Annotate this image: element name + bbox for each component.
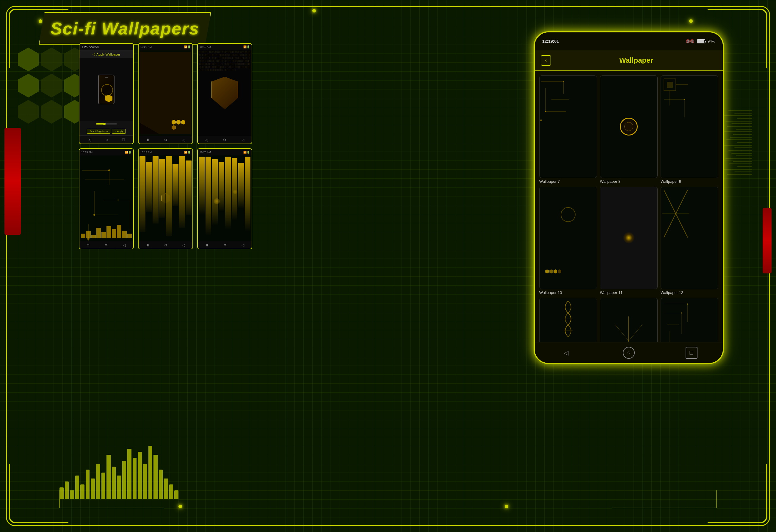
eq-s4 <box>96 228 101 238</box>
stream2-7 <box>238 163 244 209</box>
nav-pause-2[interactable]: ⏸ <box>146 138 150 142</box>
nav-settings-2[interactable]: ⚙ <box>164 138 167 142</box>
wp-thumb-9[interactable] <box>660 75 718 178</box>
nav-fwd-5[interactable]: ◁ <box>182 243 185 247</box>
screenshot-wallpaper-6[interactable]: 10:20 AM 📶🔋 ⏸ ⚙ ◁ <box>197 148 252 249</box>
circuit-line-18 <box>736 156 752 156</box>
screen-icons-3: 📶🔋 <box>243 45 250 48</box>
screenshot-wallpaper-2[interactable]: 10:22 AM 📶🔋 ⏸ ⚙ ◁ <box>138 43 193 144</box>
wp-thumb-13[interactable] <box>539 298 597 342</box>
nav-home-1[interactable]: ○ <box>106 137 108 142</box>
screen-status-bar-6: 10:20 AM 📶🔋 <box>198 149 252 156</box>
wp-item-7[interactable]: Wallpaper 7 <box>539 75 597 184</box>
nav-home-main[interactable]: ○ <box>623 347 635 359</box>
brightness-slider[interactable] <box>96 123 117 124</box>
wp-dna-content-13 <box>540 298 597 342</box>
screen-content-2 <box>139 50 192 136</box>
reset-brightness-button[interactable]: Reset Brightness <box>87 129 110 134</box>
eq-bar-18 <box>148 446 153 499</box>
screenshot-wallpaper-5[interactable]: 10:19 AM 📶🔋 ⏸ ⚙ ◁ <box>138 148 193 249</box>
screen-content-6 <box>198 156 252 241</box>
circuit-line-3 <box>723 115 752 116</box>
bottom-circuit-line-right <box>612 508 717 508</box>
nav-back-5[interactable]: ⏸ <box>146 243 150 247</box>
screen-status-bar-1: 11:58:27 85% <box>79 44 133 51</box>
tree-svg <box>606 308 652 342</box>
screenshot-wallpaper-3[interactable]: 10:19 AM 📶🔋 0100101100101011010010010110… <box>197 43 252 144</box>
wallpaper-page-title: Wallpaper <box>556 56 717 64</box>
nav-menu-3[interactable]: ◁ <box>241 138 244 142</box>
app-title: Sci-fi Wallpapers <box>50 18 199 38</box>
circuit-line-19 <box>726 158 752 159</box>
wp-circuit-content-15 <box>661 298 718 342</box>
wp-item-15[interactable]: Wallpaper 15 <box>660 298 718 342</box>
eq-bar-16 <box>138 452 142 499</box>
screen-status-bar-5: 10:19 AM 📶🔋 <box>139 149 192 156</box>
screen-time-6: 10:20 AM <box>200 151 211 154</box>
apply-button[interactable]: ✓ Apply <box>112 129 126 134</box>
wp-item-9[interactable]: Wallpaper 9 <box>660 75 718 184</box>
back-arrow-button[interactable]: ‹ <box>541 55 551 66</box>
wp-circle-content-8 <box>600 76 657 178</box>
wp-item-10[interactable]: Wallpaper 10 <box>539 187 597 295</box>
nav-settings-5[interactable]: ⚙ <box>164 243 167 247</box>
circuit-line-1 <box>728 110 752 111</box>
wp-item-14[interactable]: Wallpaper 14 <box>600 298 657 342</box>
dna-svg <box>559 298 577 342</box>
circuit-alt-content <box>79 156 133 241</box>
brightness-slider-area <box>79 121 133 127</box>
wp-thumb-12[interactable] <box>660 187 718 289</box>
wp-thumb-10[interactable] <box>539 187 597 289</box>
nav-back-main[interactable]: ◁ <box>560 347 572 359</box>
glow-spot-2 <box>233 190 237 194</box>
nav-recents-main[interactable]: □ <box>686 347 698 359</box>
nav-back-icon-4[interactable]: ◁ <box>123 243 126 247</box>
nav-back-icon-2[interactable]: ◁ <box>182 138 185 142</box>
h4 <box>558 269 561 273</box>
wp-thumb-8[interactable] <box>600 75 657 178</box>
svg-point-46 <box>681 312 682 313</box>
nav-settings-4[interactable]: ⚙ <box>105 243 108 247</box>
screenshot-apply-wallpaper[interactable]: 11:58:27 85% ◁ Apply Wallpaper Reset Bri… <box>79 43 134 144</box>
nav-settings-6[interactable]: ⚙ <box>223 243 227 247</box>
wp-thumb-7[interactable] <box>539 75 597 178</box>
hex-2 <box>41 47 62 71</box>
wp-item-11[interactable]: Wallpaper 11 <box>600 187 657 295</box>
screen-time-2: 10:22 AM <box>140 45 152 48</box>
wp-circuit-content-9 <box>661 76 718 178</box>
nav-back-3[interactable]: ◁ <box>205 138 208 142</box>
wp-thumb-14[interactable] <box>600 298 657 342</box>
wp-thumb-15[interactable] <box>660 298 718 342</box>
eq-s9 <box>122 231 127 238</box>
nav-back-6[interactable]: ⏸ <box>205 243 209 247</box>
screen-nav-2: ⏸ ⚙ ◁ <box>139 136 192 144</box>
nav-sq-4[interactable]: □ <box>87 243 89 247</box>
stream-1 <box>140 156 146 232</box>
bottom-circuit-vert-left <box>59 490 60 508</box>
nav-fwd-6[interactable]: ◁ <box>241 243 244 247</box>
wp-thumb-11[interactable] <box>600 187 657 289</box>
wp-item-13[interactable]: Wallpaper 13 <box>539 298 597 342</box>
wp-item-8[interactable]: Wallpaper 8 <box>600 75 657 184</box>
nav-recent-1[interactable]: □ <box>122 137 125 142</box>
eq-s10 <box>127 234 132 238</box>
circuit-line-4 <box>737 118 752 119</box>
glow-center <box>623 232 635 244</box>
circuit-svg-9 <box>661 76 718 178</box>
apply-controls: Reset Brightness ✓ Apply <box>79 127 133 136</box>
eq-s6 <box>107 226 111 238</box>
screen-time-5: 10:19 AM <box>140 151 152 154</box>
wp-item-12[interactable]: Walipaper 12 <box>660 187 718 295</box>
wp-tree-content-14 <box>600 298 657 342</box>
bottom-circuit-line-left <box>59 508 164 508</box>
screenshot-wallpaper-4[interactable]: 10:19 AM 📶🔋 <box>79 148 134 249</box>
circuit-line-9 <box>724 131 752 132</box>
phone-time: 12:19:01 <box>542 39 559 44</box>
nav-back-1[interactable]: ◁ <box>88 137 91 142</box>
corner-decoration-br <box>708 464 767 523</box>
shield-pattern-content: 0100101100101011010010010110000100101011… <box>198 50 252 136</box>
wp-label-9: Wallpaper 9 <box>660 179 718 184</box>
nav-settings-3[interactable]: ⚙ <box>223 138 226 142</box>
circuit-line-17 <box>731 153 752 154</box>
streams-content <box>139 156 192 241</box>
